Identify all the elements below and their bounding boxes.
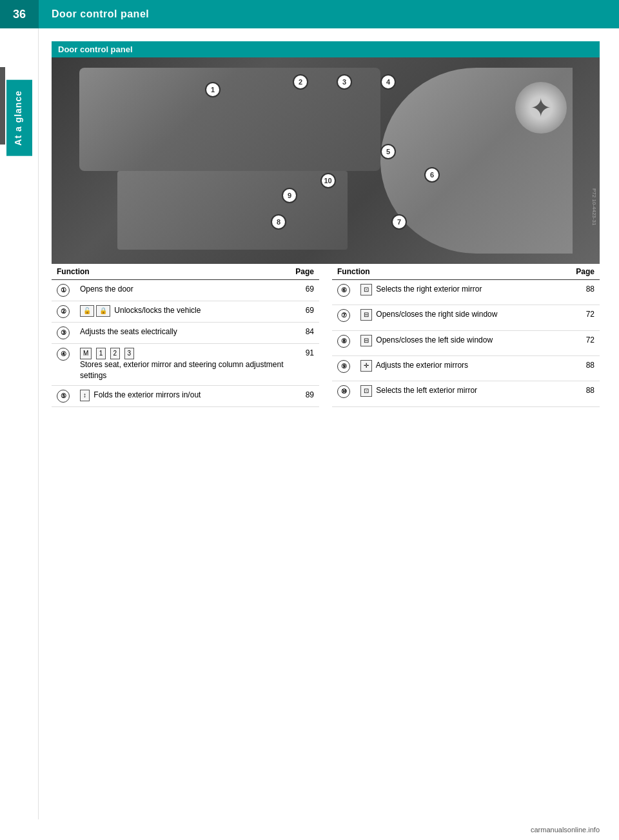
memory-3-icon: 3 — [124, 348, 135, 359]
row-page: 88 — [560, 355, 600, 381]
left-mirror-icon: ⊡ — [360, 385, 372, 397]
circle-6: 6 — [424, 167, 440, 183]
row-function: M 1 2 3 Stores seat, exterior mirror and… — [75, 344, 290, 386]
row-num: ① — [52, 280, 75, 301]
row-function: ⊟ Opens/closes the right side window — [355, 305, 560, 330]
right-window-icon: ⊟ — [360, 309, 372, 321]
row-page: 88 — [560, 280, 600, 305]
row-num: ③ — [52, 323, 75, 344]
page-wrapper: 36 Door control panel At a glance Door c… — [0, 0, 619, 840]
table-row: ③ Adjusts the seats electrically 84 — [52, 323, 319, 344]
page-content: Door control panel ✦ 1 2 3 4 5 6 — [39, 28, 619, 819]
row-function: ⊡ Selects the right exterior mirror — [355, 280, 560, 305]
row-function: ⊟ Opens/closes the left side window — [355, 330, 560, 355]
row-num: ④ — [52, 344, 75, 386]
car-image: ✦ 1 2 3 4 5 6 7 8 9 10 P72 10-4423-31 — [52, 57, 600, 264]
row-num: ⑨ — [332, 355, 355, 381]
right-function-table: Function Page ⑥ ⊡ Selects the right exte… — [332, 264, 600, 407]
header-title: Door control panel — [52, 8, 149, 20]
image-watermark: P72 10-4423-31 — [591, 188, 597, 225]
circle-7: 7 — [391, 214, 407, 230]
memory-m-icon: M — [80, 348, 92, 359]
right-table-function-header: Function — [332, 264, 560, 280]
circle-10: 10 — [320, 173, 336, 188]
row-page: 91 — [290, 344, 319, 386]
footer-watermark: carmanualsonline.info — [531, 826, 600, 834]
left-table-function-header: Function — [52, 264, 290, 280]
table-row: ② 🔓🔒 Unlocks/locks the vehicle 69 — [52, 301, 319, 323]
main-content: At a glance Door control panel ✦ 1 2 3 — [0, 28, 619, 819]
left-window-icon: ⊟ — [360, 335, 372, 346]
left-table-page-header: Page — [290, 264, 319, 280]
row-function: Adjusts the seats electrically — [75, 323, 290, 344]
tables-container: Function Page ① Opens the door 69 ② 🔓🔒 U — [52, 264, 600, 407]
right-mirror-icon: ⊡ — [360, 284, 372, 295]
circle-3: 3 — [337, 74, 352, 90]
footer-area: carmanualsonline.info — [0, 819, 619, 840]
car-image-placeholder: ✦ 1 2 3 4 5 6 7 8 9 10 P72 10-4423-31 — [52, 57, 600, 264]
row-page: 72 — [560, 330, 600, 355]
left-function-table: Function Page ① Opens the door 69 ② 🔓🔒 U — [52, 264, 319, 407]
memory-1-icon: 1 — [96, 348, 106, 359]
circle-4: 4 — [380, 74, 396, 90]
table-row: ⑦ ⊟ Opens/closes the right side window 7… — [332, 305, 600, 330]
fold-mirror-icon: ↕ — [80, 390, 90, 401]
top-header: 36 Door control panel — [0, 0, 619, 28]
table-row: ⑧ ⊟ Opens/closes the left side window 72 — [332, 330, 600, 355]
row-page: 72 — [560, 305, 600, 330]
table-row: ① Opens the door 69 — [52, 280, 319, 301]
lock-icon: 🔒 — [96, 305, 110, 317]
left-sidebar: At a glance — [0, 28, 39, 819]
circle-2: 2 — [293, 74, 308, 90]
memory-2-icon: 2 — [110, 348, 121, 359]
row-function: ⊡ Selects the left exterior mirror — [355, 381, 560, 406]
table-row: ⑤ ↕ Folds the exterior mirrors in/out 89 — [52, 385, 319, 406]
table-row: ⑩ ⊡ Selects the left exterior mirror 88 — [332, 381, 600, 406]
unlock-icon: 🔓 — [80, 305, 94, 317]
row-function: ↕ Folds the exterior mirrors in/out — [75, 385, 290, 406]
row-function: ✛ Adjusts the exterior mirrors — [355, 355, 560, 381]
row-num: ⑦ — [332, 305, 355, 330]
row-num: ⑥ — [332, 280, 355, 305]
row-page: 69 — [290, 280, 319, 301]
table-row: ⑥ ⊡ Selects the right exterior mirror 88 — [332, 280, 600, 305]
section-header: Door control panel — [52, 41, 600, 57]
adjust-mirror-icon: ✛ — [360, 360, 372, 372]
row-function: Opens the door — [75, 280, 290, 301]
row-page: 84 — [290, 323, 319, 344]
page-number: 36 — [0, 0, 39, 28]
row-page: 69 — [290, 301, 319, 323]
right-table-page-header: Page — [560, 264, 600, 280]
table-row: ④ M 1 2 3 Stores seat, exterior mirror a… — [52, 344, 319, 386]
circle-9: 9 — [282, 188, 297, 203]
row-num: ⑧ — [332, 330, 355, 355]
sidebar-marker — [0, 67, 5, 145]
row-num: ⑤ — [52, 385, 75, 406]
row-page: 88 — [560, 381, 600, 406]
row-function: 🔓🔒 Unlocks/locks the vehicle — [75, 301, 290, 323]
row-page: 89 — [290, 385, 319, 406]
circle-8: 8 — [271, 214, 286, 230]
sidebar-tab-label: At a glance — [6, 80, 32, 156]
row-num: ② — [52, 301, 75, 323]
table-row: ⑨ ✛ Adjusts the exterior mirrors 88 — [332, 355, 600, 381]
row-num: ⑩ — [332, 381, 355, 406]
